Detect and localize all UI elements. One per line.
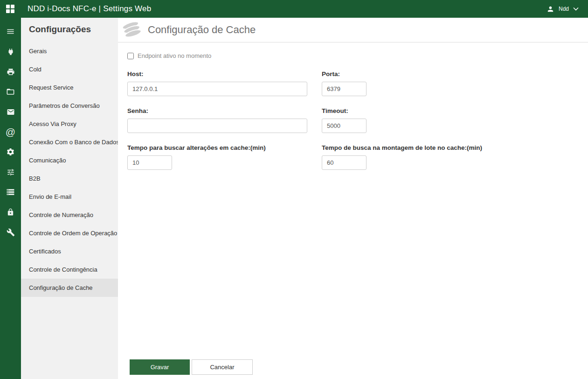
sidebar-item-configuracao-cache[interactable]: Configuração de Cache [21,279,118,297]
tempo-lote-input[interactable] [322,155,367,170]
page-header: Configuração de Cache [118,18,588,42]
folder-open-icon[interactable] [0,82,21,102]
plug-icon[interactable] [0,42,21,62]
tempo-buscar-label: Tempo para buscar alterações em cache:(m… [127,144,307,151]
sidebar-item-acesso-proxy[interactable]: Acesso Via Proxy [21,115,118,133]
chevron-down-icon [573,7,579,11]
user-menu[interactable]: Ndd [546,5,579,13]
user-name: Ndd [559,6,569,12]
sidebar-item-request-service[interactable]: Request Service [21,78,118,97]
app-grid-icon[interactable] [6,5,14,13]
cancel-button[interactable]: Cancelar [192,359,253,375]
endpoint-checkbox[interactable] [127,53,134,59]
icon-rail: @ [0,18,21,379]
main-content: Configuração de Cache Endpoint ativo no … [118,18,588,379]
lock-icon[interactable] [0,202,21,222]
sidebar-item-certificados[interactable]: Certificados [21,242,118,260]
tempo-lote-label: Tempo de busca na montagem de lote no ca… [322,144,518,151]
host-input[interactable] [127,82,307,96]
endpoint-checkbox-label[interactable]: Endpoint ativo no momento [138,52,211,59]
sidebar-item-conexao-banco[interactable]: Conexão Com o Banco de Dados [21,133,118,151]
top-bar: NDD i-Docs NFC-e | Settings Web Ndd [0,0,588,18]
cache-database-icon [120,20,144,40]
sidebar-item-cold[interactable]: Cold [21,60,118,78]
page-title: Configuração de Cache [148,24,256,36]
app-title: NDD i-Docs NFC-e | Settings Web [28,4,151,14]
senha-input[interactable] [127,119,307,133]
row-tempos: Tempo para buscar alterações em cache:(m… [127,144,588,170]
sidebar-item-controle-numeracao[interactable]: Controle de Numeração [21,206,118,224]
sidebar-item-controle-contingencia[interactable]: Controle de Contingência [21,260,118,279]
sidebar-item-envio-email[interactable]: Envio de E-mail [21,188,118,206]
sidebar-item-parametros-conversao[interactable]: Parâmetros de Conversão [21,97,118,115]
save-button[interactable]: Gravar [130,359,190,375]
storage-icon[interactable] [0,182,21,202]
timeout-label: Timeout: [322,107,518,114]
porta-label: Porta: [322,70,518,77]
settings-sidebar: Configurações Gerais Cold Request Servic… [21,18,118,379]
cache-config-form: Endpoint ativo no momento Host: Porta: S… [118,42,588,170]
tempo-buscar-input[interactable] [127,155,172,170]
host-label: Host: [127,70,307,77]
mail-icon[interactable] [0,102,21,122]
porta-input[interactable] [322,82,367,96]
timeout-input[interactable] [322,119,367,133]
endpoint-checkbox-row: Endpoint ativo no momento [127,52,588,59]
row-host-porta: Host: Porta: [127,70,588,96]
gear-icon[interactable] [0,142,21,162]
sidebar-item-gerais[interactable]: Gerais [21,42,118,60]
menu-icon[interactable] [0,21,21,42]
sidebar-item-b2b[interactable]: B2B [21,169,118,188]
sidebar-title: Configurações [21,18,118,42]
wrench-icon[interactable] [0,222,21,242]
sidebar-item-controle-ordem-operacao[interactable]: Controle de Ordem de Operação [21,224,118,242]
printer-icon[interactable] [0,62,21,82]
row-senha-timeout: Senha: Timeout: [127,107,588,133]
form-actions: Gravar Cancelar [130,359,253,375]
sidebar-item-comunicacao[interactable]: Comunicação [21,151,118,169]
senha-label: Senha: [127,107,307,114]
user-icon [546,5,554,13]
sliders-icon[interactable] [0,162,21,182]
at-icon[interactable]: @ [0,122,21,142]
